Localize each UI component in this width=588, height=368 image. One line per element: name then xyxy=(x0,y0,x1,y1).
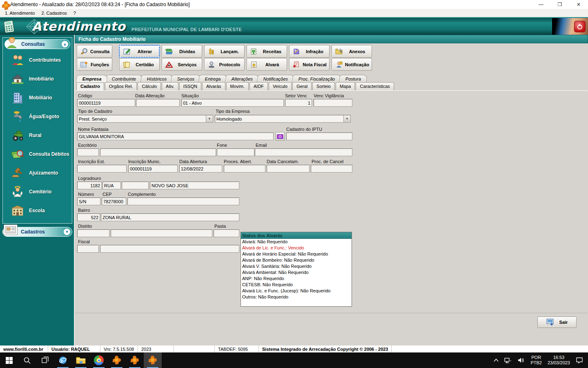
inscricao-est-input[interactable] xyxy=(77,165,127,173)
close-button[interactable]: ✕ xyxy=(569,0,588,9)
infracao-button[interactable]: Infração xyxy=(289,45,330,58)
menu-cadastros[interactable]: 2. Cadastros xyxy=(38,10,70,16)
sidebar-item-escola[interactable]: Escola xyxy=(4,201,70,220)
task-view-icon[interactable] xyxy=(36,352,54,368)
minimize-button[interactable]: — xyxy=(532,0,550,9)
numero-input[interactable] xyxy=(77,197,100,205)
data-cancelam-input[interactable] xyxy=(267,165,310,173)
setor-venc-input[interactable] xyxy=(285,99,312,107)
fiscal-code-input[interactable] xyxy=(77,245,99,253)
cep-input[interactable] xyxy=(102,197,126,205)
notification-center-icon[interactable] xyxy=(573,352,588,368)
alvara-button[interactable]: Alvará xyxy=(247,58,287,71)
subtab-ativ[interactable]: Ativ. xyxy=(162,82,178,91)
file-explorer-icon[interactable] xyxy=(72,352,90,368)
subtab-issqn[interactable]: ISSQN xyxy=(179,82,201,91)
notificacao-button[interactable]: Notificação xyxy=(332,58,372,71)
proc-cancel-input[interactable] xyxy=(311,165,352,173)
escritorio-code-input[interactable] xyxy=(77,148,99,156)
tab-contribuinte[interactable]: Contribuinte xyxy=(105,75,143,82)
chevron-down-icon[interactable]: ▼ xyxy=(206,115,213,122)
receitas-button[interactable]: Receitas xyxy=(247,45,287,58)
subtab-orgaos-rel[interactable]: Orgãos Rel. xyxy=(105,82,137,91)
data-alteracao-input[interactable] xyxy=(136,99,180,107)
tipo-cadastro-select[interactable]: Prest. Serviço ▼ xyxy=(77,115,213,123)
distrito-name-input[interactable] xyxy=(111,229,212,237)
chevron-up-icon[interactable]: ▲ xyxy=(62,41,68,47)
sidebar-item-mobiliario[interactable]: Mobiliário xyxy=(4,88,70,107)
tab-empresa[interactable]: Empresa xyxy=(76,75,108,82)
anexos-button[interactable]: Anexos xyxy=(332,45,372,58)
start-button[interactable] xyxy=(0,352,18,368)
subtab-geral[interactable]: Geral xyxy=(292,82,312,91)
email-input[interactable] xyxy=(255,148,352,156)
network-icon[interactable] xyxy=(501,352,514,368)
escritorio-name-input[interactable] xyxy=(100,148,216,156)
protocolo-button[interactable]: Protocolo xyxy=(204,58,245,71)
speaker-icon[interactable] xyxy=(514,352,528,368)
chrome-icon[interactable] xyxy=(90,352,108,368)
subtab-movim[interactable]: Movim. xyxy=(226,82,249,91)
subtab-aidf[interactable]: AIDF xyxy=(249,82,268,91)
logradouro-nome-input[interactable] xyxy=(150,182,239,189)
sidebar-item-cemiterio[interactable]: Cemitério xyxy=(4,182,70,201)
subtab-veiculo[interactable]: Veículo xyxy=(269,82,292,91)
funcoes-button[interactable]: Funções xyxy=(77,58,112,71)
subtab-caracteristicas[interactable]: Características xyxy=(356,82,394,91)
bairro-code-input[interactable] xyxy=(77,213,100,221)
distrito-code-input[interactable] xyxy=(77,229,109,237)
complemento-input[interactable] xyxy=(127,197,239,205)
taskbar-search-icon[interactable] xyxy=(18,352,36,368)
fiorilli-app-icon-active[interactable] xyxy=(144,352,162,368)
menu-help[interactable]: ? xyxy=(70,10,79,16)
sidebar-item-rural[interactable]: Rural xyxy=(4,126,70,145)
proces-abert-input[interactable] xyxy=(224,165,265,173)
subtab-alvaras[interactable]: Alvarás xyxy=(202,82,225,91)
situacao-input[interactable] xyxy=(181,99,284,107)
bairro-name-input[interactable] xyxy=(101,213,239,221)
tab-historicos[interactable]: Históricos xyxy=(140,75,174,82)
logradouro-num-input[interactable] xyxy=(77,182,102,189)
subtab-cadastro[interactable]: Cadastro xyxy=(76,82,104,91)
language-indicator[interactable]: POR PTB2 xyxy=(528,352,545,368)
dividas-button[interactable]: Dívidas xyxy=(162,45,202,58)
inscricao-munic-input[interactable] xyxy=(128,165,178,173)
menu-atendimento[interactable]: 1. Atendimento xyxy=(2,10,38,16)
chevron-down-icon[interactable]: ▼ xyxy=(343,115,350,122)
fiorilli-app-icon-2[interactable] xyxy=(126,352,144,368)
tab-proc-fiscalizacao[interactable]: Proc. Fiscalização xyxy=(292,75,341,82)
fiscal-name-input[interactable] xyxy=(100,245,239,253)
subtab-calculo[interactable]: Cálculo xyxy=(138,82,161,91)
data-abertura-input[interactable] xyxy=(179,165,222,173)
sidebar-group-consultas[interactable]: Consultas ▲ xyxy=(4,39,70,49)
tipo-empresa-select[interactable]: Homologado ▼ xyxy=(215,115,351,123)
sidebar-item-ajuizamento[interactable]: Ajuizamento xyxy=(4,164,70,182)
lancam-button[interactable]: Lançam. xyxy=(204,45,245,58)
restore-button[interactable]: ❐ xyxy=(550,0,569,9)
fone-input[interactable] xyxy=(217,148,254,156)
sidebar-item-agua-esgoto[interactable]: Água/Esgoto xyxy=(4,107,70,126)
alterar-button[interactable]: Alterar xyxy=(119,45,160,58)
venc-vigilancia-input[interactable] xyxy=(314,99,352,107)
internet-explorer-icon[interactable]: e xyxy=(54,352,72,368)
photo-lookup-button[interactable] xyxy=(276,132,285,141)
clock[interactable]: 16:53 23/03/2023 xyxy=(545,352,573,368)
sidebar-item-consulta-debitos[interactable]: Consulta Débitos xyxy=(4,145,70,164)
consulta-button[interactable]: Consulta xyxy=(77,45,112,58)
tab-notificacoes[interactable]: Notificações xyxy=(257,75,294,82)
nota-fiscal-button[interactable]: Nota Fiscal xyxy=(289,58,330,71)
sidebar-group-cadastros[interactable]: Cadastros ▼ xyxy=(2,227,72,237)
sidebar-item-contribuintes[interactable]: Contribuintes xyxy=(4,51,70,70)
logradouro-extra-input[interactable] xyxy=(122,182,149,189)
pasta-input[interactable] xyxy=(214,229,239,237)
subtab-mapa[interactable]: Mapa xyxy=(336,82,355,91)
sidebar-item-imobiliario[interactable]: Imobiliário xyxy=(4,70,70,88)
fiorilli-app-icon-1[interactable] xyxy=(108,352,126,368)
logradouro-tipo-input[interactable] xyxy=(102,182,121,189)
subtab-sorteio[interactable]: Sorteio xyxy=(312,82,335,91)
power-button[interactable] xyxy=(574,21,586,32)
certidao-button[interactable]: Certidão xyxy=(119,58,160,71)
cadastro-iptu-input[interactable] xyxy=(286,132,352,140)
nome-fantasia-input[interactable] xyxy=(77,132,274,140)
tab-alteracoes[interactable]: Alterações xyxy=(225,75,260,82)
